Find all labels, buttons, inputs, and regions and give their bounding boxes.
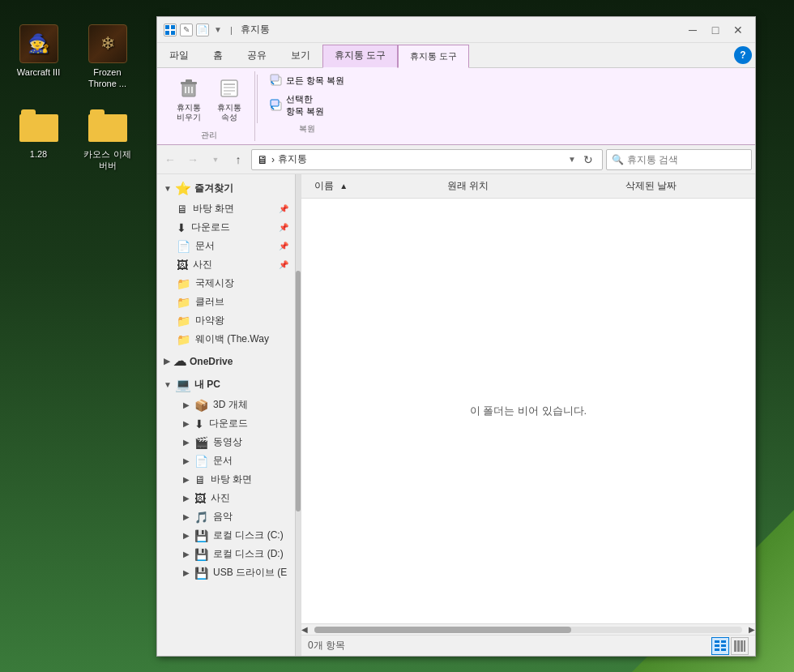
sidebar-item-local-c[interactable]: ▶ 💾 로컬 디스크 (C:) xyxy=(157,526,295,545)
sidebar-item-club[interactable]: 📁 클러브 xyxy=(157,293,295,311)
scroll-left-arrow[interactable]: ◀ xyxy=(301,625,308,634)
favorites-header[interactable]: ▼ ⭐ 즐겨찾기 xyxy=(157,178,295,199)
recent-button[interactable]: ▼ xyxy=(206,150,225,169)
svg-rect-18 xyxy=(271,100,279,106)
sidebar-scrollbar[interactable] xyxy=(295,174,301,656)
ribbon-content: 휴지통비우기 휴지통속성 xyxy=(157,68,755,145)
tab-recycle-tools-sub[interactable]: 휴지통 도구 xyxy=(398,45,469,68)
sidebar-item-documents[interactable]: 📄 문서 📌 xyxy=(157,237,295,255)
desktop-icon-warcraft-iii[interactable]: 🧙 Warcraft III xyxy=(8,24,69,78)
local-c-label: 로컬 디스크 (C:) xyxy=(213,529,284,542)
downloads2-icon: ⬇ xyxy=(194,417,204,430)
scroll-thumb[interactable] xyxy=(314,627,571,633)
sidebar-item-usb[interactable]: ▶ 💾 USB 드라이브 (E xyxy=(157,563,295,582)
sidebar-item-weback[interactable]: 📁 웨이백 (The.Way xyxy=(157,330,295,349)
maximize-button[interactable]: □ xyxy=(705,19,726,41)
tab-home[interactable]: 홈 xyxy=(201,43,235,68)
back-button[interactable]: ← xyxy=(160,150,180,169)
sidebar-item-local-d[interactable]: ▶ 💾 로컬 디스크 (D:) xyxy=(157,545,295,563)
new-item-icon: 📄 xyxy=(196,24,209,36)
mypc-label: 내 PC xyxy=(194,378,220,392)
folder-chaos-icon xyxy=(88,109,127,142)
title-bar: ✎ 📄 ▼ | 휴지통 ─ □ ✕ xyxy=(157,17,755,43)
pictures-pin: 📌 xyxy=(279,260,288,269)
tiles-view-button[interactable] xyxy=(731,637,749,655)
empty-recycle-button[interactable]: 휴지통비우기 xyxy=(170,71,207,126)
restore-selected-button[interactable]: 선택한항목 복원 xyxy=(266,91,348,120)
svg-rect-24 xyxy=(721,648,726,651)
column-name[interactable]: 이름 ▲ xyxy=(308,174,441,198)
sidebar-item-music[interactable]: ▶ 🎵 음악 xyxy=(157,507,295,526)
details-view-button[interactable] xyxy=(711,637,729,655)
sidebar-scroll-thumb[interactable] xyxy=(296,271,301,511)
sidebar-section-mypc: ▼ 💻 내 PC ▶ 📦 3D 개체 ▶ ⬇ 다운로드 xyxy=(157,374,295,582)
up-button[interactable]: ↑ xyxy=(228,150,248,169)
close-button[interactable]: ✕ xyxy=(728,19,749,41)
sidebar-item-pictures2[interactable]: ▶ 🖼 사진 xyxy=(157,489,295,507)
recycle-props-label: 휴지통속성 xyxy=(217,103,241,122)
sidebar-item-desktop[interactable]: 🖥 바탕 화면 📌 xyxy=(157,199,295,218)
documents-pin: 📌 xyxy=(279,242,288,250)
address-dropdown-icon[interactable]: ▼ xyxy=(568,155,576,164)
local-d-icon: 💾 xyxy=(194,548,208,561)
desktop-icon-frozen-throne[interactable]: ❄ FrozenThrone ... xyxy=(77,24,138,90)
desktop2-label: 바탕 화면 xyxy=(211,473,252,486)
search-bar[interactable]: 🔍 xyxy=(606,149,752,170)
music-icon: 🎵 xyxy=(194,511,208,524)
sidebar-item-downloads[interactable]: ⬇ 다운로드 📌 xyxy=(157,218,295,237)
sidebar-item-pictures[interactable]: 🖼 사진 📌 xyxy=(157,255,295,274)
title-bar-controls: ─ □ ✕ xyxy=(682,19,749,41)
svg-rect-21 xyxy=(715,644,719,647)
folder-128-icon xyxy=(19,109,58,142)
view-buttons xyxy=(711,637,749,655)
empty-folder-message: 이 폴더는 비어 있습니다. xyxy=(301,199,755,623)
column-headers: 이름 ▲ 원래 위치 삭제된 날짜 xyxy=(301,174,755,199)
svg-rect-19 xyxy=(715,640,719,643)
horizontal-scrollbar[interactable]: ◀ ▶ xyxy=(301,623,755,635)
frozen-throne-icon: ❄ xyxy=(88,24,127,63)
sidebar-item-intl-market[interactable]: 📁 국제시장 xyxy=(157,274,295,293)
tab-file[interactable]: 파일 xyxy=(157,43,201,68)
desktop-icon-128[interactable]: 1.28 xyxy=(8,106,69,160)
tab-recycle-tools[interactable]: 휴지통 도구 xyxy=(322,45,398,68)
minimize-button[interactable]: ─ xyxy=(682,19,703,41)
sort-arrow: ▲ xyxy=(339,182,348,190)
tab-share[interactable]: 공유 xyxy=(235,43,279,68)
manage-group-label: 관리 xyxy=(201,130,217,141)
restore-selected-label: 선택한항목 복원 xyxy=(286,93,324,118)
search-input[interactable] xyxy=(627,154,749,165)
desktop: 🧙 Warcraft III ❄ FrozenThrone ... xyxy=(0,0,794,672)
sidebar-item-desktop2[interactable]: ▶ 🖥 바탕 화면 xyxy=(157,470,295,489)
favorites-chevron: ▼ xyxy=(164,184,172,193)
help-button[interactable]: ? xyxy=(734,46,752,64)
title-bar-left: ✎ 📄 ▼ | 휴지통 xyxy=(164,23,682,36)
recycle-props-button[interactable]: 휴지통속성 xyxy=(211,71,248,126)
sidebar-item-3d[interactable]: ▶ 📦 3D 개체 xyxy=(157,396,295,414)
sidebar-item-demon-king[interactable]: 📁 마약왕 xyxy=(157,311,295,330)
scroll-track[interactable] xyxy=(314,627,742,633)
restore-all-button[interactable]: 모든 항목 복원 xyxy=(266,71,348,89)
folder-chaos-label: 카오스 이제버버 xyxy=(83,148,130,172)
sidebar-item-documents2[interactable]: ▶ 📄 문서 xyxy=(157,452,295,470)
mypc-header[interactable]: ▼ 💻 내 PC xyxy=(157,374,295,396)
sidebar-item-downloads2[interactable]: ▶ ⬇ 다운로드 xyxy=(157,414,295,433)
sidebar-section-onedrive: ▶ ☁ OneDrive xyxy=(157,350,295,372)
downloads-icon: ⬇ xyxy=(177,221,186,234)
column-date[interactable]: 삭제된 날짜 xyxy=(619,174,749,198)
refresh-button[interactable]: ↻ xyxy=(579,151,597,169)
column-location[interactable]: 원래 위치 xyxy=(441,174,619,198)
forward-button[interactable]: → xyxy=(183,150,203,169)
documents2-icon: 📄 xyxy=(194,455,208,468)
documents-label: 문서 xyxy=(195,239,215,253)
scroll-right-arrow[interactable]: ▶ xyxy=(749,625,755,634)
warcraft-iii-label: Warcraft III xyxy=(17,66,60,78)
tab-view[interactable]: 보기 xyxy=(279,43,322,68)
quick-access-icon: ✎ xyxy=(180,24,193,36)
desktop-icon-chaos[interactable]: 카오스 이제버버 xyxy=(77,106,138,172)
address-bar[interactable]: 🖥 › 휴지통 ▼ ↻ xyxy=(251,149,603,170)
local-d-label: 로컬 디스크 (D:) xyxy=(213,547,284,561)
sidebar-item-videos[interactable]: ▶ 🎬 동영상 xyxy=(157,433,295,452)
onedrive-header[interactable]: ▶ ☁ OneDrive xyxy=(157,350,295,372)
column-date-label: 삭제된 날짜 xyxy=(625,180,677,191)
column-name-label: 이름 xyxy=(314,180,334,191)
